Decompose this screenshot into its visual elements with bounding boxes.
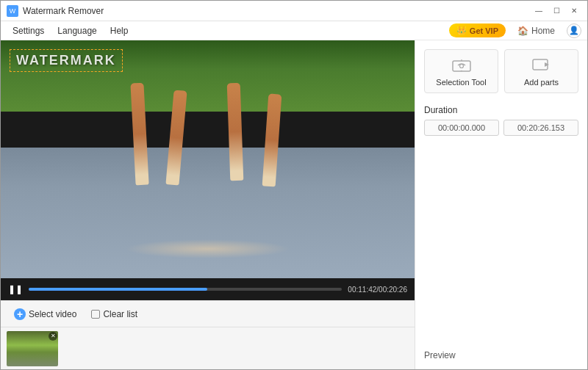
- horse-leg-1: [130, 83, 148, 185]
- window-controls: — ☐ ✕: [531, 4, 581, 18]
- tool-buttons: + Selection Tool Add parts: [424, 49, 578, 93]
- watermark-text: WATERMARK: [16, 53, 116, 68]
- get-vip-button[interactable]: 👑 Get VIP: [449, 23, 506, 37]
- vip-label: Get VIP: [470, 26, 498, 35]
- duration-end-field[interactable]: 00:20:26.153: [503, 120, 578, 136]
- time-display: 00:11:42/00:20:26: [348, 286, 407, 294]
- progress-fill: [29, 288, 207, 291]
- video-area: WATERMARK ❚❚ 00:11:42/00:20:26 + Select …: [1, 40, 415, 369]
- maximize-button[interactable]: ☐: [549, 4, 564, 18]
- window-title: Watermark Remover: [23, 6, 104, 16]
- scene-dust: [125, 239, 290, 259]
- menu-bar: Settings Language Help 👑 Get VIP 🏠 Home …: [1, 21, 587, 40]
- horse-leg-2: [165, 90, 187, 185]
- menu-settings[interactable]: Settings: [7, 23, 50, 38]
- app-icon: W: [7, 5, 18, 17]
- progress-bar[interactable]: [29, 288, 342, 291]
- menu-help[interactable]: Help: [104, 23, 135, 38]
- preview-section: Preview: [424, 350, 578, 360]
- right-panel: + Selection Tool Add parts: [415, 40, 587, 369]
- duration-section: Duration 00:00:00.000 00:20:26.153: [424, 105, 578, 136]
- watermark-box: WATERMARK: [10, 49, 123, 72]
- home-button[interactable]: 🏠 Home: [517, 26, 555, 36]
- title-bar: W Watermark Remover — ☐ ✕: [1, 1, 587, 21]
- svg-point-1: [459, 65, 463, 68]
- svg-marker-5: [545, 62, 549, 67]
- thumbnail-close-icon[interactable]: ✕: [49, 332, 57, 341]
- duration-label: Duration: [424, 105, 578, 115]
- duration-fields: 00:00:00.000 00:20:26.153: [424, 120, 578, 136]
- main-content: WATERMARK ❚❚ 00:11:42/00:20:26 + Select …: [1, 40, 587, 369]
- home-icon: 🏠: [517, 26, 528, 36]
- horse-leg-4: [262, 94, 282, 187]
- vip-crown-icon: 👑: [456, 26, 467, 35]
- add-parts-label: Add parts: [524, 78, 559, 87]
- thumbnail-row: ✕: [1, 327, 415, 369]
- title-bar-left: W Watermark Remover: [7, 5, 104, 17]
- horse-leg-3: [227, 83, 244, 181]
- minimize-button[interactable]: —: [531, 4, 546, 18]
- add-circle-icon: +: [14, 308, 26, 320]
- svg-text:+: +: [460, 68, 462, 73]
- video-controls: ❚❚ 00:11:42/00:20:26: [1, 278, 415, 300]
- select-video-label: Select video: [29, 309, 76, 319]
- menu-items: Settings Language Help: [7, 23, 134, 38]
- selection-tool-label: Selection Tool: [436, 78, 486, 87]
- pause-icon: ❚❚: [8, 284, 23, 294]
- add-parts-button[interactable]: Add parts: [504, 49, 578, 93]
- user-icon: 👤: [569, 26, 579, 35]
- video-frame: WATERMARK: [1, 40, 415, 278]
- play-button[interactable]: ❚❚: [8, 284, 23, 294]
- checkbox-icon: [91, 310, 100, 319]
- preview-label: Preview: [424, 350, 456, 360]
- clear-list-label: Clear list: [103, 309, 137, 319]
- close-button[interactable]: ✕: [567, 4, 581, 18]
- select-video-button[interactable]: + Select video: [7, 305, 84, 324]
- video-scene: [1, 40, 415, 278]
- thumbnail-item[interactable]: ✕: [7, 331, 58, 366]
- user-button[interactable]: 👤: [567, 23, 581, 38]
- duration-start-field[interactable]: 00:00:00.000: [424, 120, 499, 136]
- clear-list-button[interactable]: Clear list: [84, 305, 145, 323]
- add-parts-icon: [531, 56, 553, 75]
- horse-legs: [1, 83, 415, 219]
- menu-right: 👑 Get VIP 🏠 Home 👤: [449, 23, 581, 38]
- selection-tool-button[interactable]: + Selection Tool: [424, 49, 498, 93]
- home-label: Home: [531, 26, 555, 36]
- app-window: W Watermark Remover — ☐ ✕ Settings Langu…: [0, 0, 588, 370]
- bottom-toolbar: + Select video Clear list: [1, 300, 415, 327]
- selection-tool-icon: +: [451, 56, 473, 75]
- menu-language[interactable]: Language: [51, 23, 102, 38]
